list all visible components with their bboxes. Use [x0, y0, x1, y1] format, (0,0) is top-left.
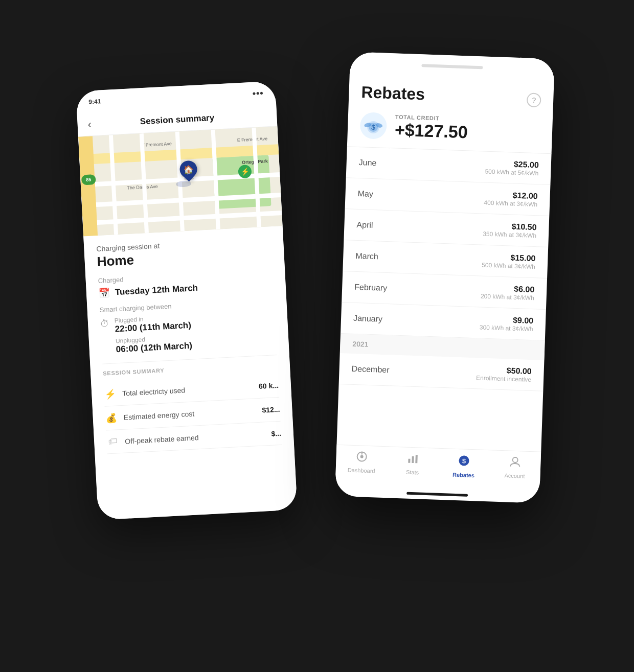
svg-text:$: $ [371, 123, 376, 131]
clock-icon: ⏱ [100, 318, 110, 329]
time-row: ⏱ Plugged in 22:00 (11th March) Unplugge… [100, 309, 277, 356]
tab-bar: Dashboard Stats [335, 444, 541, 493]
account-icon [509, 456, 521, 471]
amount-april: $10.50 350 kWh at 3¢/kWh [483, 221, 537, 239]
session-summary-label: SESSION SUMMARY [103, 361, 278, 376]
scene: 9:41 ●●● ‹ Session summary [87, 55, 547, 617]
electricity-value: 60 k... [259, 381, 279, 390]
stats-label: Stats [406, 469, 419, 475]
tab-rebates[interactable]: $ Rebates [438, 453, 490, 478]
stats-icon [407, 452, 419, 467]
month-february: February [354, 282, 388, 292]
cost-label: Estimated energy cost [123, 406, 256, 422]
dashboard-label: Dashboard [348, 467, 375, 474]
credit-icon: $ [359, 112, 387, 140]
left-screen: ‹ Session summary [77, 103, 298, 520]
notch [421, 64, 483, 69]
month-march: March [355, 251, 378, 261]
back-button[interactable]: ‹ [87, 118, 92, 131]
svg-point-13 [512, 457, 517, 462]
rebate-value: $... [271, 429, 281, 437]
credit-amount: +$127.50 [394, 119, 468, 142]
tab-stats[interactable]: Stats [387, 452, 438, 476]
help-button[interactable]: ? [527, 92, 541, 107]
calendar-icon: 📅 [98, 287, 110, 298]
rebates-tab-label: Rebates [452, 471, 474, 478]
credit-section: $ TOTAL CREDIT +$127.50 [347, 106, 553, 153]
dashboard-icon [356, 451, 368, 466]
month-may: May [357, 189, 373, 198]
amount-december: $50.00 Enrollment incentive [476, 365, 532, 383]
rebates-list: June $25.00 500 kWh at 5¢/kWh May $12.00… [336, 147, 551, 452]
phone-left: 9:41 ●●● ‹ Session summary [76, 81, 297, 520]
amount-june: $25.00 500 kWh at 5¢/kWh [485, 158, 539, 177]
left-content: Charging session at Home Charged 📅 Tuesd… [83, 225, 295, 464]
rebate-icon: 🏷 [106, 436, 119, 447]
svg-rect-8 [408, 458, 410, 462]
month-june: June [358, 157, 376, 167]
session-summary-title: Session summary [140, 112, 214, 127]
map-area: 85 W Fremont Ave E Fremont Ave The Dalle… [78, 126, 283, 236]
amount-february: $6.00 200 kWh at 3¢/kWh [481, 283, 535, 302]
account-label: Account [504, 472, 525, 479]
amount-january: $9.00 300 kWh at 3¢/kWh [480, 314, 534, 333]
svg-rect-10 [415, 455, 418, 463]
home-indicator [406, 492, 468, 496]
cost-icon: 💰 [105, 412, 118, 424]
svg-rect-9 [412, 456, 414, 462]
tab-dashboard[interactable]: Dashboard [336, 450, 388, 474]
svg-text:$: $ [462, 457, 467, 465]
money-icon-svg: $ [364, 115, 383, 135]
year-label: 2021 [352, 339, 369, 348]
svg-point-6 [360, 455, 364, 458]
month-january: January [353, 313, 383, 323]
amount-may: $12.00 400 kWh at 3¢/kWh [484, 190, 538, 208]
credit-info: TOTAL CREDIT +$127.50 [394, 113, 468, 142]
charge-date: Tuesday 12th March [115, 283, 198, 297]
month-december: December [351, 364, 389, 375]
rebate-label: Off-peak rebate earned [125, 429, 265, 445]
month-april: April [356, 220, 373, 229]
electricity-label: Total electricty used [122, 382, 253, 397]
electricity-icon: ⚡ [104, 388, 117, 400]
phone-right: Rebates ? $ TOTAL CREDI [335, 52, 555, 503]
tab-account[interactable]: Account [489, 455, 540, 479]
rebates-title: Rebates [361, 83, 425, 104]
cost-value: $12... [262, 405, 280, 414]
amount-march: $15.00 500 kWh at 3¢/kWh [482, 252, 536, 270]
time-details: Plugged in 22:00 (11th March) Unplugged … [115, 313, 193, 355]
right-screen: Rebates ? $ TOTAL CREDI [335, 74, 554, 503]
rebates-tab-icon: $ [458, 454, 470, 470]
